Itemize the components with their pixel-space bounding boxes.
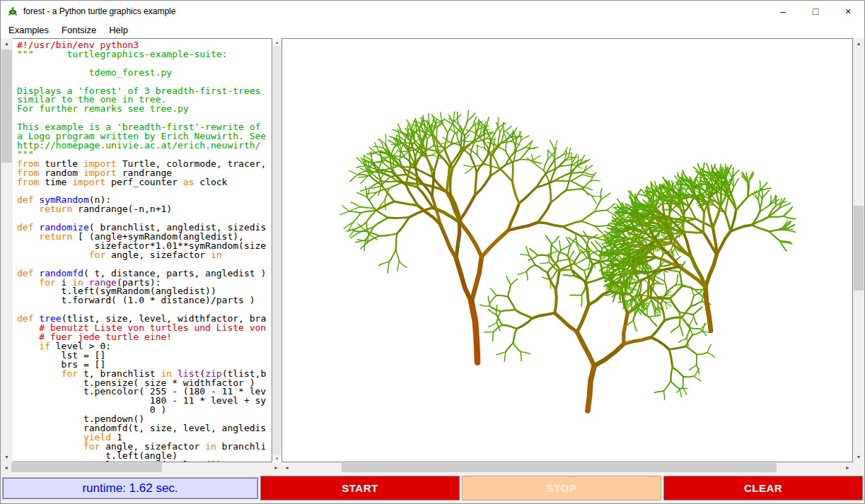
app-window: forest - a Python turtle graphics exampl… <box>0 0 865 504</box>
code-hscroll-track[interactable] <box>11 462 271 473</box>
canvas-horizontal-scrollbar[interactable]: ◄ ► <box>281 462 853 473</box>
canvas-hscroll-track[interactable] <box>292 462 842 473</box>
scroll-right-icon[interactable]: ► <box>271 462 281 473</box>
menu-examples[interactable]: Examples <box>2 23 55 37</box>
menu-bar: Examples Fontsize Help <box>1 22 864 38</box>
canvas-hscroll-thumb[interactable] <box>342 463 777 472</box>
editor-right-scrollbar[interactable]: ▲ ▼ <box>272 38 281 462</box>
scroll-up-icon[interactable]: ▲ <box>1 38 13 49</box>
turtle-app-icon <box>7 6 18 17</box>
stop-button[interactable]: STOP <box>462 476 661 500</box>
code-text: #!/usr/bin/env python3""" turtlegraphics… <box>17 41 272 462</box>
main-area: ▲ ▼ #!/usr/bin/env python3""" turtlegrap… <box>1 38 864 473</box>
menu-help[interactable]: Help <box>103 23 134 37</box>
scroll-down-icon[interactable]: ▼ <box>1 452 13 462</box>
scroll-down-icon[interactable]: ▼ <box>853 452 864 462</box>
code-horizontal-scrollbar[interactable]: ◄ ► <box>1 462 281 473</box>
canvas-pane: ▲ ▼ ◄ ► <box>281 38 864 473</box>
scroll-right-icon[interactable]: ► <box>842 462 853 473</box>
window-title: forest - a Python turtle graphics exampl… <box>23 6 175 16</box>
code-editor[interactable]: #!/usr/bin/env python3""" turtlegraphics… <box>13 38 272 462</box>
turtle-canvas <box>281 38 853 462</box>
status-bar: runtime: 1.62 sec. START STOP CLEAR <box>1 473 864 503</box>
scroll-up-icon[interactable]: ▲ <box>272 38 281 46</box>
runtime-label: runtime: 1.62 sec. <box>2 477 258 499</box>
menu-fontsize[interactable]: Fontsize <box>55 23 103 37</box>
title-bar[interactable]: forest - a Python turtle graphics exampl… <box>1 1 864 22</box>
scroll-up-icon[interactable]: ▲ <box>853 38 864 49</box>
window-controls: – □ × <box>767 1 864 22</box>
code-hscroll-thumb[interactable] <box>11 463 162 472</box>
code-vscroll-track[interactable] <box>1 49 13 452</box>
scroll-left-icon[interactable]: ◄ <box>1 462 11 473</box>
editor-right-scroll-thumb[interactable] <box>273 46 281 455</box>
scroll-left-icon[interactable]: ◄ <box>281 462 292 473</box>
canvas-vscroll-thumb[interactable] <box>854 206 864 291</box>
canvas-vertical-scrollbar[interactable]: ▲ ▼ <box>853 38 864 462</box>
clear-button[interactable]: CLEAR <box>663 476 863 500</box>
turtle-drawing <box>282 39 852 462</box>
close-button[interactable]: × <box>832 1 864 22</box>
editor-right-scroll-track[interactable] <box>272 46 281 455</box>
scrollbar-corner <box>853 462 864 473</box>
code-vertical-scrollbar[interactable]: ▲ ▼ <box>1 38 13 462</box>
canvas-vscroll-track[interactable] <box>853 49 864 452</box>
start-button[interactable]: START <box>260 476 460 500</box>
maximize-button[interactable]: □ <box>799 1 832 22</box>
minimize-button[interactable]: – <box>767 1 799 22</box>
code-vscroll-thumb[interactable] <box>1 49 12 163</box>
scroll-down-icon[interactable]: ▼ <box>272 455 281 462</box>
code-pane: ▲ ▼ #!/usr/bin/env python3""" turtlegrap… <box>1 38 281 473</box>
